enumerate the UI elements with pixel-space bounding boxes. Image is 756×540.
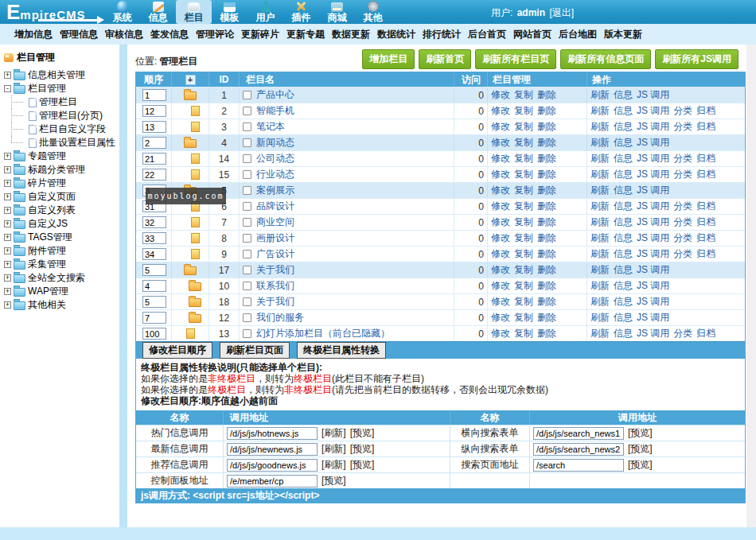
- op-link[interactable]: 刷新: [590, 200, 610, 213]
- toolbar-item[interactable]: 后台首页: [468, 24, 506, 45]
- action-button[interactable]: 刷新所有JS调用: [655, 49, 738, 69]
- category-link[interactable]: 公司动态: [256, 152, 294, 165]
- op-link[interactable]: 分类: [673, 168, 692, 181]
- op-link[interactable]: 归档: [696, 327, 715, 340]
- op-link[interactable]: 分类: [673, 247, 692, 261]
- action-button[interactable]: 刷新所有栏目页: [475, 49, 556, 69]
- op-link[interactable]: JS 调用: [637, 279, 669, 293]
- row-checkbox[interactable]: [243, 313, 251, 322]
- row-checkbox[interactable]: [243, 186, 251, 195]
- tree-item[interactable]: +其他相关: [0, 298, 119, 312]
- tree-expander-icon[interactable]: +: [4, 288, 11, 295]
- order-input[interactable]: [142, 328, 166, 340]
- manage-link[interactable]: 删除: [537, 184, 556, 197]
- op-link[interactable]: 信息: [614, 247, 633, 261]
- op-link[interactable]: 信息: [614, 168, 633, 181]
- order-input[interactable]: [142, 312, 166, 324]
- tree-expander-icon[interactable]: +: [4, 301, 11, 309]
- category-link[interactable]: 笔记本: [256, 120, 285, 134]
- row-checkbox[interactable]: [243, 91, 251, 99]
- op-link[interactable]: JS 调用: [637, 263, 669, 277]
- manage-link[interactable]: 修改: [491, 88, 510, 102]
- top-menu-info[interactable]: 信息: [140, 0, 176, 24]
- tree-item[interactable]: +信息相关管理: [0, 68, 119, 82]
- op-link[interactable]: 归档: [696, 168, 715, 181]
- category-link[interactable]: 关于我们: [256, 295, 294, 309]
- expand-all-button[interactable]: +: [185, 75, 196, 85]
- refresh-link[interactable]: [刷新]: [321, 458, 346, 472]
- top-menu-other[interactable]: 其他: [355, 0, 391, 24]
- manage-link[interactable]: 删除: [537, 104, 556, 118]
- manage-link[interactable]: 修改: [491, 327, 510, 340]
- row-checkbox[interactable]: [243, 138, 251, 147]
- op-link[interactable]: 刷新: [590, 104, 610, 118]
- tree-expander-icon[interactable]: +: [4, 220, 11, 227]
- manage-link[interactable]: 删除: [537, 136, 556, 150]
- manage-link[interactable]: 删除: [537, 152, 556, 165]
- op-link[interactable]: 信息: [614, 327, 633, 340]
- manage-link[interactable]: 复制: [514, 311, 533, 324]
- toolbar-item[interactable]: 版本更新: [604, 24, 642, 45]
- op-link[interactable]: 信息: [614, 279, 633, 293]
- preview-link[interactable]: [预览]: [350, 442, 375, 456]
- row-checkbox[interactable]: [243, 170, 251, 179]
- category-link[interactable]: 我们的服务: [256, 311, 304, 324]
- manage-link[interactable]: 修改: [491, 168, 510, 181]
- op-link[interactable]: 分类: [673, 216, 692, 229]
- op-link[interactable]: 归档: [696, 152, 715, 165]
- row-checkbox[interactable]: [243, 107, 251, 115]
- op-link[interactable]: 信息: [614, 120, 633, 134]
- op-link[interactable]: 信息: [614, 136, 633, 150]
- order-input[interactable]: [142, 169, 166, 181]
- op-link[interactable]: 刷新: [590, 88, 610, 102]
- op-link[interactable]: 分类: [673, 152, 692, 165]
- op-link[interactable]: 刷新: [590, 136, 610, 150]
- manage-link[interactable]: 删除: [537, 168, 556, 181]
- manage-link[interactable]: 修改: [491, 311, 510, 324]
- tree-item[interactable]: +采集管理: [0, 258, 119, 271]
- manage-link[interactable]: 修改: [491, 231, 510, 245]
- toolbar-item[interactable]: 更新专题: [286, 24, 325, 45]
- toolbar-item[interactable]: 审核信息: [105, 24, 143, 45]
- op-link[interactable]: 归档: [696, 247, 715, 261]
- op-link[interactable]: JS 调用: [637, 327, 669, 340]
- row-checkbox[interactable]: [243, 266, 251, 274]
- table-footer-button[interactable]: 终极栏目属性转换: [297, 342, 386, 359]
- toolbar-item[interactable]: 管理评论: [196, 24, 234, 45]
- category-link[interactable]: 关于我们: [256, 263, 294, 277]
- op-link[interactable]: JS 调用: [637, 168, 669, 181]
- manage-link[interactable]: 删除: [537, 247, 556, 261]
- tree-expander-icon[interactable]: +: [4, 153, 11, 160]
- top-menu-user[interactable]: 用户: [247, 0, 283, 24]
- address-input[interactable]: [227, 427, 318, 440]
- toolbar-item[interactable]: 数据更新: [332, 24, 370, 45]
- op-link[interactable]: 归档: [696, 216, 715, 229]
- op-link[interactable]: 分类: [673, 231, 692, 245]
- order-input[interactable]: [142, 137, 166, 149]
- op-link[interactable]: 信息: [614, 311, 633, 324]
- manage-link[interactable]: 修改: [491, 200, 510, 213]
- toolbar-item[interactable]: 数据统计: [377, 24, 415, 45]
- op-link[interactable]: 信息: [614, 88, 633, 102]
- category-link[interactable]: 广告设计: [256, 247, 294, 261]
- manage-link[interactable]: 复制: [514, 231, 533, 245]
- top-menu-shop[interactable]: 商城: [319, 0, 355, 24]
- op-link[interactable]: 信息: [614, 200, 633, 213]
- row-checkbox[interactable]: [243, 122, 251, 131]
- manage-link[interactable]: 复制: [514, 136, 533, 150]
- table-footer-button[interactable]: 修改栏目顺序: [142, 342, 212, 359]
- order-input[interactable]: [142, 280, 166, 292]
- tree-expander-icon[interactable]: +: [4, 234, 11, 241]
- op-link[interactable]: 刷新: [590, 279, 610, 293]
- manage-link[interactable]: 修改: [491, 247, 510, 261]
- op-link[interactable]: JS 调用: [637, 216, 669, 229]
- tree-item[interactable]: 管理栏目(分页): [0, 109, 119, 122]
- category-link[interactable]: 商业空间: [256, 216, 294, 229]
- manage-link[interactable]: 复制: [514, 216, 533, 229]
- order-input[interactable]: [142, 264, 166, 276]
- order-input[interactable]: [142, 216, 166, 228]
- order-input[interactable]: [142, 153, 166, 165]
- op-link[interactable]: 刷新: [590, 247, 610, 261]
- order-input[interactable]: [142, 232, 166, 244]
- address-input[interactable]: [533, 443, 624, 456]
